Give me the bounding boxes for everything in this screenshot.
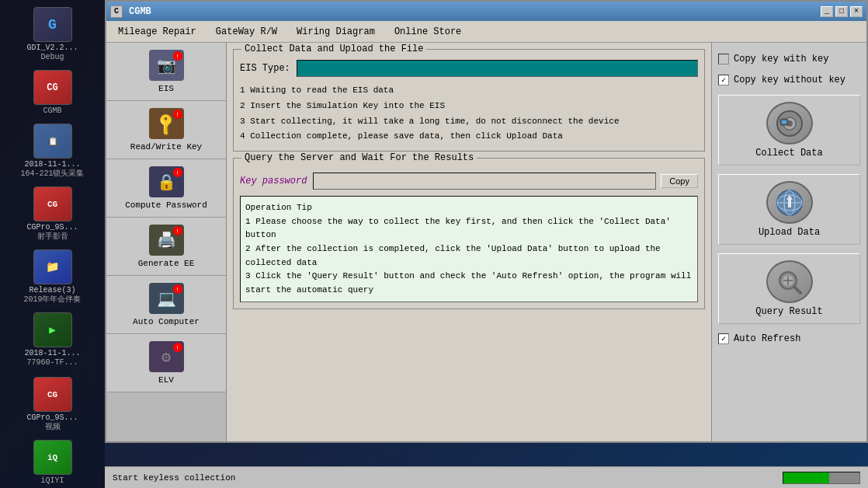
copy-key-without-key-label: Copy key without key: [734, 75, 845, 85]
op-tip-3: 3 Click the 'Query Result' button and ch…: [245, 270, 693, 297]
menu-online-store[interactable]: Online Store: [387, 24, 469, 40]
copy-key-without-key-checkbox[interactable]: ✓: [718, 75, 729, 85]
sidebar-eis[interactable]: 📷 ! EIS: [106, 43, 226, 101]
auto-badge: !: [173, 284, 182, 294]
op-tip-2: 2 After the collection is completed, cli…: [245, 242, 693, 270]
sidebar-compute-password[interactable]: 🔒 ! Compute Password: [106, 159, 226, 218]
sidebar-readwrite-label: Read/Write Key: [130, 142, 202, 152]
desktop-icon-gdi[interactable]: G GDI_V2.2... Debug: [3, 4, 102, 65]
minimize-button[interactable]: _: [821, 6, 833, 17]
sidebar-compute-label: Compute Password: [125, 200, 207, 210]
copy-key-with-key-checkbox[interactable]: [718, 54, 729, 64]
sidebar-readwrite-key[interactable]: 🔑 ! Read/Write Key: [106, 101, 226, 159]
desktop: G GDI_V2.2... Debug CG CGMB 📋 2018-11-1.…: [0, 0, 868, 488]
collect-data-button[interactable]: Collect Data: [718, 95, 860, 166]
generate-badge: !: [173, 226, 182, 235]
collect-data-icon: [766, 102, 813, 145]
desktop-icon-release[interactable]: 📁 Release(3) 2019年年会伴奏: [3, 246, 102, 308]
query-group-title: Query the Server and Wait For the Result…: [241, 152, 477, 163]
collect-data-label: Collect Data: [755, 148, 822, 159]
main-content: 📷 ! EIS 🔑 ! Read/Write Key 🔒 !: [106, 43, 866, 441]
auto-refresh-row[interactable]: ✓ Auto Refresh: [718, 330, 860, 347]
title-bar-text: CGMB: [129, 6, 151, 17]
compute-badge: !: [173, 168, 182, 177]
elv-badge: !: [173, 343, 182, 352]
maximize-button[interactable]: □: [835, 6, 848, 17]
menu-wiring-diagram[interactable]: Wiring Diagram: [289, 24, 383, 40]
copy-key-without-key-row[interactable]: ✓ Copy key without key: [718, 71, 860, 89]
copy-key-with-key-label: Copy key with key: [734, 54, 828, 64]
instruction-1: 1 Waiting to read the EIS data: [240, 83, 698, 99]
instructions: 1 Waiting to read the EIS data 2 Insert …: [240, 83, 698, 145]
status-bar: Start keyless collection: [105, 466, 868, 488]
sidebar: 📷 ! EIS 🔑 ! Read/Write Key 🔒 !: [106, 43, 227, 441]
status-text: Start keyless collection: [113, 473, 235, 483]
sidebar-generate-label: Generate EE: [138, 259, 195, 268]
status-progress-fill: [783, 472, 829, 483]
query-result-label: Query Result: [755, 306, 822, 317]
auto-refresh-checkbox[interactable]: ✓: [718, 333, 729, 344]
desktop-icon-cgpro[interactable]: CG CGPro_9S... 射手影音: [3, 183, 102, 245]
upload-data-label: Upload Data: [759, 227, 820, 238]
menu-bar: Mileage Repair GateWay R/W Wiring Diagra…: [106, 21, 866, 43]
op-tip-1: 1 Please choose the way to collect the k…: [245, 215, 693, 242]
copy-button[interactable]: Copy: [661, 174, 698, 188]
sidebar-eis-label: EIS: [158, 84, 174, 93]
sidebar-elv-label: ELV: [158, 375, 174, 385]
query-group-box: Query the Server and Wait For the Result…: [233, 158, 705, 309]
app-window: C CGMB _ □ × Mileage Repair GateWay R/W …: [105, 0, 868, 443]
copy-key-with-key-row[interactable]: Copy key with key: [718, 51, 860, 68]
right-panel: Copy key with key ✓ Copy key without key: [711, 43, 866, 441]
query-result-icon: [766, 260, 813, 303]
sidebar-elv[interactable]: ⚙️ ! ELV: [106, 334, 226, 392]
desktop-icon-cgmb-logo[interactable]: CG CGMB: [3, 67, 102, 119]
operation-tip: Operation Tip 1 Please choose the way to…: [240, 196, 698, 302]
menu-mileage-repair[interactable]: Mileage Repair: [110, 24, 204, 40]
query-result-button[interactable]: Query Result: [718, 253, 860, 324]
svg-rect-4: [782, 120, 786, 124]
eis-badge: !: [173, 51, 182, 61]
collect-group-title: Collect Data and Upload the File: [241, 44, 426, 54]
desktop-icon-iqiyi[interactable]: iQ iQIYI: [3, 437, 102, 488]
auto-refresh-label: Auto Refresh: [734, 333, 800, 344]
desktop-icon-2018b[interactable]: ▶ 2018-11-1... 77960-TF...: [3, 309, 102, 371]
upload-data-button[interactable]: Upload Data: [718, 174, 860, 245]
sidebar-generate-ee[interactable]: 🖨️ ! Generate EE: [106, 218, 226, 276]
eis-type-label: EIS Type:: [240, 63, 290, 74]
sidebar-auto-label: Auto Computer: [133, 317, 200, 326]
desktop-icons-sidebar: G GDI_V2.2... Debug CG CGMB 📋 2018-11-1.…: [0, 0, 105, 488]
instruction-4: 4 Collection complete, please save data,…: [240, 129, 698, 145]
readwrite-badge: !: [173, 110, 182, 119]
upload-data-icon: [766, 181, 813, 224]
sidebar-auto-computer[interactable]: 💻 ! Auto Computer: [106, 276, 226, 334]
center-content: Collect Data and Upload the File EIS Typ…: [227, 43, 711, 441]
title-bar: C CGMB _ □ ×: [106, 2, 866, 21]
app-icon: C: [110, 5, 123, 18]
query-row: Key password Copy: [240, 173, 698, 190]
key-password-label: Key password: [240, 176, 307, 186]
instruction-3: 3 Start collecting, it will take a long …: [240, 114, 698, 130]
desktop-icon-2018a[interactable]: 📋 2018-11-1... 164-221锁头采集: [3, 120, 102, 182]
status-progress-bar: [783, 472, 860, 484]
menu-gateway[interactable]: GateWay R/W: [208, 24, 285, 40]
key-password-input[interactable]: [313, 173, 656, 190]
collect-group-box: Collect Data and Upload the File EIS Typ…: [233, 49, 705, 152]
desktop-icon-cgpro2[interactable]: CG CGPro_9S... 视频: [3, 374, 102, 435]
close-button[interactable]: ×: [850, 6, 863, 17]
eis-type-input[interactable]: [297, 60, 698, 77]
instruction-2: 2 Insert the Simulation Key into the EIS: [240, 99, 698, 114]
svg-line-12: [794, 287, 800, 293]
op-tip-title: Operation Tip: [245, 201, 693, 215]
eis-row: EIS Type:: [240, 60, 698, 77]
